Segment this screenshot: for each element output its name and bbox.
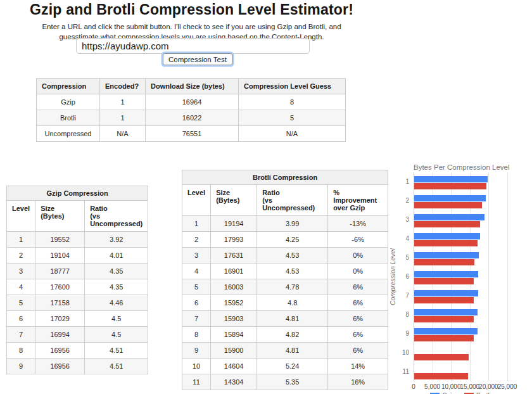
chart-y-axis-title: Compression Level xyxy=(388,172,397,381)
column-header: % Improvement over Gzip xyxy=(328,185,388,216)
table-row: UncompressedN/A76551N/A xyxy=(37,126,346,142)
gzip-bar xyxy=(414,271,478,277)
cell: 5.24 xyxy=(257,359,328,374)
brotli-bar xyxy=(414,259,474,265)
cell: 4.51 xyxy=(85,359,148,374)
cell: 4.82 xyxy=(257,327,328,343)
cell: 16964 xyxy=(146,94,239,110)
cell: 4.81 xyxy=(257,343,328,359)
brotli-table: Brotli Compression LevelSize (Bytes)Rati… xyxy=(182,170,388,390)
summary-table-head: CompressionEncoded?Download Size (bytes)… xyxy=(37,79,346,94)
y-tick-label: 10 xyxy=(402,349,409,356)
cell: 1 xyxy=(182,216,211,232)
cell: 17029 xyxy=(35,311,85,327)
url-input[interactable] xyxy=(76,38,310,54)
cell: 4.25 xyxy=(257,232,328,248)
column-header: Compression xyxy=(37,79,100,94)
gzip-bar xyxy=(414,252,479,258)
cell: 8 xyxy=(182,327,211,343)
y-tick-label: 2 xyxy=(405,197,409,204)
x-tick-label: 25,000 xyxy=(498,383,517,390)
cell: 4.5 xyxy=(85,327,148,343)
cell: Brotli xyxy=(37,110,100,126)
table-row: 9159004.816% xyxy=(182,343,388,359)
cell: 0% xyxy=(328,264,388,279)
cell: 4.35 xyxy=(85,264,148,279)
cell: 15894 xyxy=(211,327,257,343)
page-title: Gzip and Brotli Compression Level Estima… xyxy=(0,1,383,18)
gzip-bar xyxy=(414,290,478,296)
cell: 5 xyxy=(239,110,346,126)
table-row: 5171584.46 xyxy=(7,295,148,311)
cell: 0% xyxy=(328,248,388,264)
cell: 3 xyxy=(7,264,35,279)
brotli-bar xyxy=(414,316,474,322)
bytes-per-level-chart: Bytes Per Compression Level Compression … xyxy=(388,160,532,394)
cell: 19194 xyxy=(211,216,257,232)
cell: 2 xyxy=(182,232,211,248)
table-row: 3176314.530% xyxy=(182,248,388,264)
table-row: 4176004.35 xyxy=(7,279,148,295)
cell: 17600 xyxy=(35,279,85,295)
summary-table-body: Gzip1169648Brotli1160225UncompressedN/A7… xyxy=(37,94,346,142)
cell: 16994 xyxy=(35,327,85,343)
table-row: 7159034.816% xyxy=(182,311,388,327)
bar-group: 6 xyxy=(414,267,507,286)
chart-title: Bytes Per Compression Level xyxy=(414,163,509,171)
brotli-bar xyxy=(414,202,482,208)
cell: 1 xyxy=(100,110,146,126)
table-header-row: LevelSize (Bytes)Ratio (vs Uncompressed)… xyxy=(182,185,388,216)
cell: 16901 xyxy=(211,264,257,279)
brotli-bar xyxy=(414,240,478,246)
table-row: 1191943.99-13% xyxy=(182,216,388,232)
bar-group: 3 xyxy=(414,210,507,229)
cell: 3.99 xyxy=(257,216,328,232)
column-header: Ratio (vs Uncompressed) xyxy=(257,185,328,216)
y-tick-label: 4 xyxy=(405,235,409,242)
table-row: 4169014.530% xyxy=(182,264,388,279)
column-header: Download Size (bytes) xyxy=(146,79,239,94)
cell: 2 xyxy=(7,248,35,264)
x-tick-label: 15,000 xyxy=(460,383,480,390)
table-row: 1195523.92 xyxy=(7,232,148,248)
y-tick-label: 5 xyxy=(405,254,409,261)
bar-group: 8 xyxy=(414,305,507,324)
column-header: Compression Level Guess xyxy=(239,79,346,94)
cell: 6% xyxy=(328,311,388,327)
table-title: Gzip Compression xyxy=(7,186,148,201)
cell: Gzip xyxy=(37,94,100,110)
cell: 19104 xyxy=(35,248,85,264)
table-row: 10146045.2414% xyxy=(182,359,388,374)
x-tick-label: 10,000 xyxy=(441,383,461,390)
table-row: 8169564.51 xyxy=(7,343,148,359)
column-header: Encoded? xyxy=(100,79,146,94)
y-tick-label: 9 xyxy=(405,330,409,337)
bar-group: 11 xyxy=(414,362,507,381)
cell: 4.53 xyxy=(257,264,328,279)
cell: 10 xyxy=(182,359,211,374)
chart-x-axis: 05,00010,00015,00020,00025,000 xyxy=(414,383,507,391)
gzip-table: Gzip Compression LevelSize (Bytes)Ratio … xyxy=(6,186,148,374)
cell: 14604 xyxy=(211,359,257,374)
table-row: Brotli1160225 xyxy=(37,110,346,126)
summary-table: CompressionEncoded?Download Size (bytes)… xyxy=(36,78,346,142)
cell: 8 xyxy=(7,343,35,359)
brotli-table-body: 1191943.99-13%2179934.25-6%3176314.530%4… xyxy=(182,216,388,390)
y-tick-label: 1 xyxy=(405,178,409,185)
y-tick-label: 3 xyxy=(405,216,409,223)
table-row: 9169564.51 xyxy=(7,359,148,374)
cell: 5 xyxy=(7,295,35,311)
cell: 9 xyxy=(182,343,211,359)
cell: 19552 xyxy=(35,232,85,248)
cell: 4.8 xyxy=(257,295,328,311)
gzip-table-body: 1195523.922191044.013187774.354176004.35… xyxy=(7,232,148,374)
cell: 16022 xyxy=(146,110,239,126)
brotli-bar xyxy=(414,278,474,284)
gzip-bar xyxy=(414,214,484,220)
cell: 17993 xyxy=(211,232,257,248)
cell: 9 xyxy=(7,359,35,374)
gridline xyxy=(507,172,508,381)
compression-test-button[interactable]: Compression Test xyxy=(163,53,232,65)
cell: 4.46 xyxy=(85,295,148,311)
bar-group: 4 xyxy=(414,229,507,248)
